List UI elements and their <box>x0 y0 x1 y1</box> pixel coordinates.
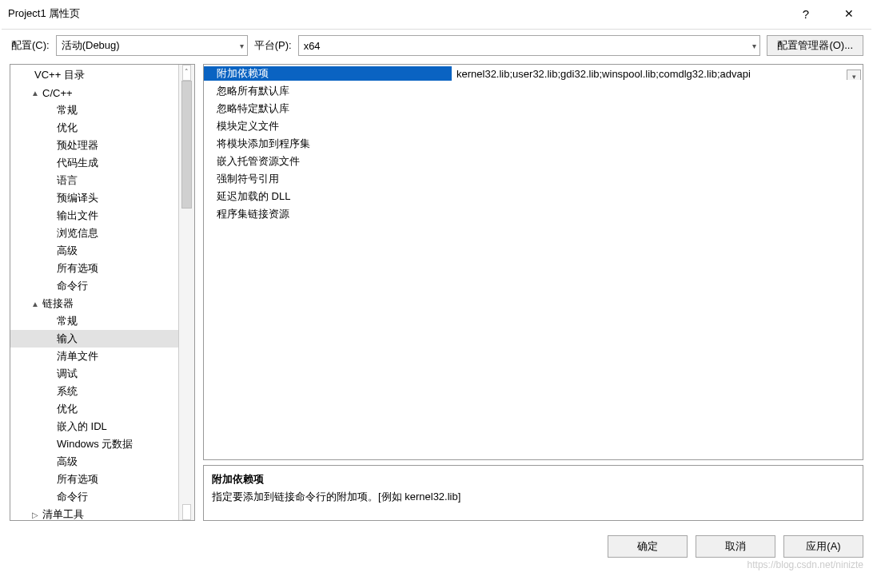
property-row[interactable]: 忽略特定默认库 <box>204 100 863 117</box>
property-row[interactable]: 嵌入托管资源文件 <box>204 153 863 170</box>
tree-item[interactable]: 所有选项 <box>10 471 178 488</box>
apply-button[interactable]: 应用(A) <box>783 535 863 558</box>
watermark: https://blog.csdn.net/ninizte <box>747 559 863 570</box>
ok-button[interactable]: 确定 <box>608 535 688 558</box>
description-title: 附加依赖项 <box>212 472 855 487</box>
close-button[interactable]: ✕ <box>835 8 863 20</box>
tree-item[interactable]: 系统 <box>10 383 178 400</box>
tree-item-label: 预处理器 <box>57 138 98 153</box>
tree-item[interactable]: 预编译头 <box>10 189 178 207</box>
dropdown-button[interactable]: ▾ <box>847 70 861 80</box>
property-grid[interactable]: 附加依赖项kernel32.lib;user32.lib;gdi32.lib;w… <box>203 64 863 460</box>
description-text: 指定要添加到链接命令行的附加项。[例如 kernel32.lib] <box>212 490 855 504</box>
tree-item-label: 高级 <box>57 244 78 258</box>
config-row: 配置(C): 活动(Debug) ▾ 平台(P): x64 ▾ 配置管理器(O)… <box>0 27 873 64</box>
property-label: 忽略所有默认库 <box>204 84 452 98</box>
config-label: 配置(C): <box>11 38 50 53</box>
description-box: 附加依赖项 指定要添加到链接命令行的附加项。[例如 kernel32.lib] <box>203 465 863 521</box>
property-label: 将模块添加到程序集 <box>204 137 452 151</box>
tree-item[interactable]: 命令行 <box>10 277 178 295</box>
tree-item-label: 输入 <box>57 332 78 346</box>
chevron-down-icon: ▾ <box>752 42 756 50</box>
tree-item-label: 语言 <box>57 173 78 188</box>
right-panel: 附加依赖项kernel32.lib;user32.lib;gdi32.lib;w… <box>203 64 863 521</box>
property-row[interactable]: 将模块添加到程序集 <box>204 135 863 153</box>
expand-icon[interactable]: ▷ <box>30 511 41 519</box>
tree-item[interactable]: ▲链接器 <box>10 295 178 312</box>
tree-item-label: 常规 <box>57 314 78 328</box>
property-label: 附加依赖项 <box>204 66 452 81</box>
scrollbar-down-button[interactable]: ˅ <box>179 506 194 520</box>
tree-item[interactable]: 清单文件 <box>10 348 178 365</box>
tree-item-label: 清单工具 <box>42 507 84 520</box>
config-combo[interactable]: 活动(Debug) ▾ <box>56 35 248 56</box>
chevron-down-icon: ▾ <box>240 42 244 50</box>
collapse-icon[interactable]: ▲ <box>30 300 41 308</box>
tree-item[interactable]: 嵌入的 IDL <box>10 418 178 435</box>
config-manager-button[interactable]: 配置管理器(O)... <box>767 35 863 56</box>
tree-item-label: Windows 元数据 <box>57 437 133 451</box>
property-row[interactable]: 程序集链接资源 <box>204 205 863 223</box>
tree-item[interactable]: VC++ 目录 <box>10 66 178 84</box>
tree-item-label: VC++ 目录 <box>34 68 85 82</box>
platform-value: x64 <box>304 40 321 52</box>
platform-label: 平台(P): <box>254 38 292 53</box>
bottom-row: 确定 取消 应用(A) <box>0 527 873 558</box>
main-area: VC++ 目录▲C/C++常规优化预处理器代码生成语言预编译头输出文件浏览信息高… <box>0 64 873 527</box>
tree-item-label: 所有选项 <box>57 472 98 487</box>
collapse-icon[interactable]: ▲ <box>30 89 41 97</box>
tree-item[interactable]: 优化 <box>10 119 178 137</box>
tree-item[interactable]: 浏览信息 <box>10 224 178 242</box>
tree-item[interactable]: 命令行 <box>10 488 178 506</box>
tree-item-label: 优化 <box>57 402 78 416</box>
tree-item-label: 链接器 <box>42 296 74 311</box>
tree-item-label: 常规 <box>57 103 78 117</box>
tree-item[interactable]: 输出文件 <box>10 207 178 224</box>
tree-item-label: 优化 <box>57 121 78 135</box>
tree-item-label: 浏览信息 <box>57 226 98 240</box>
property-row[interactable]: 强制符号引用 <box>204 170 863 188</box>
property-label: 模块定义文件 <box>204 119 452 133</box>
tree-item-label: 预编译头 <box>57 191 98 205</box>
platform-combo[interactable]: x64 ▾ <box>298 35 761 56</box>
tree-item[interactable]: Windows 元数据 <box>10 435 178 453</box>
tree-panel: VC++ 目录▲C/C++常规优化预处理器代码生成语言预编译头输出文件浏览信息高… <box>10 64 195 521</box>
tree-item[interactable]: 高级 <box>10 242 178 260</box>
property-label: 嵌入托管资源文件 <box>204 154 452 169</box>
tree-item[interactable]: 高级 <box>10 453 178 471</box>
tree-item-label: 输出文件 <box>57 209 98 223</box>
property-row[interactable]: 忽略所有默认库 <box>204 82 863 100</box>
tree-item[interactable]: 语言 <box>10 172 178 189</box>
property-value[interactable]: kernel32.lib;user32.lib;gdi32.lib;winspo… <box>452 68 863 80</box>
title-controls: ? ✕ <box>791 8 863 20</box>
window-title: Project1 属性页 <box>8 6 80 21</box>
scrollbar-up-button[interactable]: ˄ <box>179 65 194 79</box>
config-value: 活动(Debug) <box>62 38 120 53</box>
tree-item[interactable]: 代码生成 <box>10 154 178 172</box>
cancel-button[interactable]: 取消 <box>696 535 775 558</box>
tree-item-label: 高级 <box>57 455 78 469</box>
tree-item[interactable]: 预处理器 <box>10 137 178 154</box>
tree-item[interactable]: 常规 <box>10 312 178 330</box>
property-row[interactable]: 附加依赖项kernel32.lib;user32.lib;gdi32.lib;w… <box>204 65 863 82</box>
scrollbar-thumb[interactable] <box>181 81 192 209</box>
tree-item[interactable]: 所有选项 <box>10 260 178 277</box>
tree-scrollbar[interactable]: ˄ ˅ <box>178 65 194 520</box>
property-row[interactable]: 延迟加载的 DLL <box>204 188 863 205</box>
help-button[interactable]: ? <box>791 8 820 20</box>
tree-item[interactable]: 优化 <box>10 400 178 418</box>
tree-item[interactable]: 调试 <box>10 365 178 383</box>
titlebar: Project1 属性页 ? ✕ <box>0 0 873 27</box>
tree-item[interactable]: ▲C/C++ <box>10 84 178 101</box>
property-label: 程序集链接资源 <box>204 207 452 221</box>
property-row[interactable]: 模块定义文件 <box>204 117 863 135</box>
tree-item[interactable]: 输入 <box>10 330 178 348</box>
property-label: 忽略特定默认库 <box>204 101 452 116</box>
tree-item-label: 命令行 <box>57 279 88 293</box>
tree-item[interactable]: ▷清单工具 <box>10 506 178 520</box>
tree-item-label: 所有选项 <box>57 261 98 276</box>
tree-scroll[interactable]: VC++ 目录▲C/C++常规优化预处理器代码生成语言预编译头输出文件浏览信息高… <box>10 65 178 520</box>
tree-item-label: 清单文件 <box>57 349 98 364</box>
tree-item-label: 代码生成 <box>57 156 98 170</box>
tree-item[interactable]: 常规 <box>10 101 178 119</box>
